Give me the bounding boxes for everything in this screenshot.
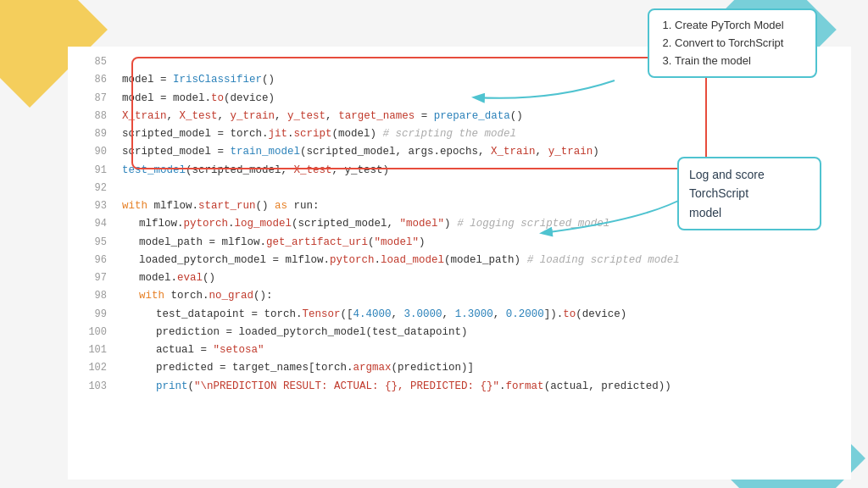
line-number: 96	[76, 252, 107, 269]
code-line-95: 95 model_path = mlflow.get_artifact_uri(…	[68, 234, 851, 252]
line-number: 102	[76, 359, 107, 376]
line-code: loaded_pytorch_model = mlflow.pytorch.lo…	[122, 252, 843, 269]
line-number: 87	[76, 90, 107, 107]
line-number: 93	[76, 197, 107, 214]
line-number: 100	[76, 324, 107, 341]
code-line-101: 101 actual = "setosa"	[68, 341, 851, 359]
code-line-98: 98 with torch.no_grad():	[68, 287, 851, 305]
line-code: model_path = mlflow.get_artifact_uri("mo…	[122, 234, 843, 252]
line-code: prediction = loaded_pytorch_model(test_d…	[122, 324, 843, 341]
line-code: model.eval()	[122, 269, 843, 287]
code-line-103: 103 print("\nPREDICTION RESULT: ACTUAL: …	[68, 378, 851, 396]
line-code: predicted = target_names[torch.argmax(pr…	[122, 359, 843, 377]
line-number: 85	[76, 53, 107, 70]
code-line-102: 102 predicted = target_names[torch.argma…	[68, 359, 851, 377]
line-code: print("\nPREDICTION RESULT: ACTUAL: {}, …	[122, 378, 843, 396]
line-number: 90	[76, 143, 107, 160]
line-number: 95	[76, 234, 107, 251]
code-line-87: 87 model = model.to(device)	[68, 90, 851, 108]
line-number: 97	[76, 269, 107, 286]
code-panel: 85 86 model = IrisClassifier() 87 model …	[68, 47, 851, 480]
line-number: 101	[76, 341, 107, 358]
line-number: 92	[76, 180, 107, 197]
line-number: 91	[76, 162, 107, 179]
annotation-item-2: Convert to TorchScript	[675, 35, 805, 53]
line-code: X_train, X_test, y_train, y_test, target…	[122, 108, 843, 125]
code-line-96: 96 loaded_pytorch_model = mlflow.pytorch…	[68, 252, 851, 269]
line-code: test_datapoint = torch.Tensor([4.4000, 3…	[122, 306, 843, 324]
line-code: actual = "setosa"	[122, 341, 843, 359]
line-number: 99	[76, 306, 107, 323]
line-number: 86	[76, 71, 107, 88]
line-code: with torch.no_grad():	[122, 287, 843, 305]
code-line-97: 97 model.eval()	[68, 269, 851, 287]
line-code: model = model.to(device)	[122, 90, 843, 108]
annotation-item-1: Create PyTorch Model	[675, 17, 805, 35]
annotation-create-pytorch: Create PyTorch Model Convert to TorchScr…	[648, 8, 817, 78]
line-number: 89	[76, 125, 107, 142]
line-number: 98	[76, 287, 107, 304]
code-line-89: 89 scripted_model = torch.jit.script(mod…	[68, 125, 851, 143]
code-line-88: 88 X_train, X_test, y_train, y_test, tar…	[68, 108, 851, 125]
line-number: 88	[76, 108, 107, 125]
annotation-log-score-text: Log and score TorchScript model	[689, 168, 765, 219]
line-code: scripted_model = torch.jit.script(model)…	[122, 125, 843, 143]
annotation-item-3: Train the model	[675, 53, 805, 70]
annotation-log-score: Log and score TorchScript model	[677, 157, 821, 230]
line-number: 103	[76, 378, 107, 395]
code-line-99: 99 test_datapoint = torch.Tensor([4.4000…	[68, 306, 851, 324]
annotation-list: Create PyTorch Model Convert to TorchScr…	[675, 17, 805, 69]
line-number: 94	[76, 215, 107, 232]
code-line-100: 100 prediction = loaded_pytorch_model(te…	[68, 324, 851, 341]
